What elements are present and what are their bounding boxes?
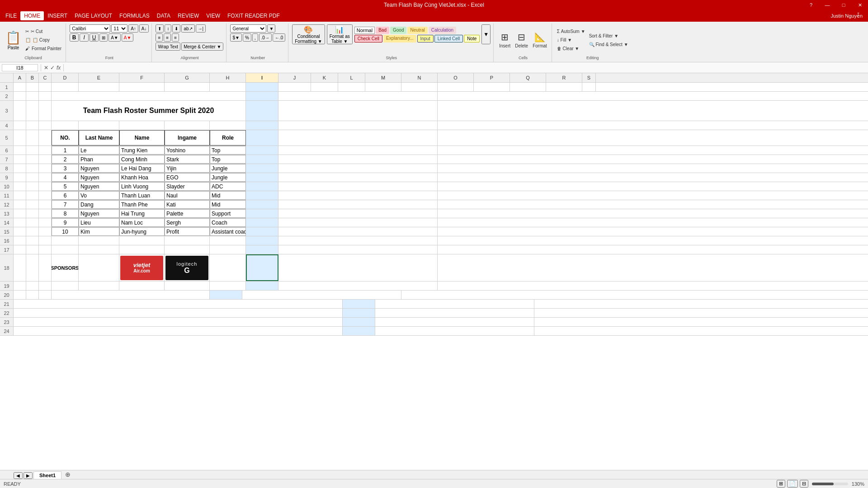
cell-G11[interactable]: Naul bbox=[165, 191, 210, 200]
menu-formulas[interactable]: FORMULAS bbox=[116, 11, 153, 20]
cell-I18-active[interactable] bbox=[246, 254, 278, 281]
cell-H9[interactable]: Jungle bbox=[210, 173, 246, 182]
menu-file[interactable]: FILE bbox=[2, 11, 20, 20]
styles-expand-btn[interactable]: ▼ bbox=[481, 24, 491, 44]
align-right-btn[interactable]: ≡ bbox=[172, 33, 179, 42]
cell-G8[interactable]: Yijin bbox=[165, 164, 210, 173]
col-header-M[interactable]: M bbox=[365, 73, 401, 82]
col-header-R[interactable]: R bbox=[546, 73, 582, 82]
copy-button[interactable]: 📋📋 Copy bbox=[24, 36, 63, 44]
col-header-A[interactable]: A bbox=[14, 73, 26, 82]
italic-button[interactable]: I bbox=[80, 33, 89, 42]
cell-D7[interactable]: 2 bbox=[52, 155, 79, 164]
name-box[interactable]: I18 bbox=[2, 64, 38, 71]
menu-foxit[interactable]: FOXIT READER PDF bbox=[224, 11, 283, 20]
cell-D15[interactable]: 10 bbox=[52, 227, 79, 236]
col-header-J[interactable]: J bbox=[278, 73, 311, 82]
page-layout-view-btn[interactable]: 📄 bbox=[787, 480, 798, 488]
cell-E1[interactable] bbox=[79, 83, 119, 91]
cell-J2-rest[interactable] bbox=[278, 92, 438, 100]
col-header-H[interactable]: H bbox=[210, 73, 246, 82]
format-painter-button[interactable]: 🖌Format Painter bbox=[24, 45, 63, 53]
minimize-btn[interactable]: — bbox=[819, 0, 835, 10]
cell-E10[interactable]: Nguyen bbox=[79, 182, 119, 191]
cell-F8[interactable]: Le Hai Dang bbox=[119, 164, 165, 173]
formula-input[interactable] bbox=[66, 65, 866, 71]
cell-I1[interactable] bbox=[246, 83, 278, 91]
comma-btn[interactable]: , bbox=[252, 33, 258, 42]
cell-lastname-header[interactable]: Last Name bbox=[79, 130, 119, 145]
style-calculation[interactable]: Calculation bbox=[429, 27, 456, 34]
find-select-button[interactable]: 🔍 Find & Select ▼ bbox=[588, 40, 630, 48]
cell-H15[interactable]: Assistant coach bbox=[210, 227, 246, 236]
style-check-cell[interactable]: Check Cell bbox=[354, 35, 382, 42]
merge-center-btn[interactable]: Merge & Center ▼ bbox=[181, 42, 223, 51]
number-format-select[interactable]: General bbox=[230, 24, 266, 33]
align-center-btn[interactable]: ≡ bbox=[164, 33, 171, 42]
underline-button[interactable]: U bbox=[90, 33, 99, 42]
cell-title[interactable]: Team Flash Roster Summer Split 2020 bbox=[52, 101, 246, 121]
cell-C2[interactable] bbox=[39, 92, 52, 100]
cell-D13[interactable]: 8 bbox=[52, 209, 79, 218]
cell-C1[interactable] bbox=[39, 83, 52, 91]
restore-btn[interactable]: □ bbox=[835, 0, 852, 10]
cell-E14[interactable]: Lieu bbox=[79, 218, 119, 227]
cell-B3[interactable] bbox=[26, 101, 39, 121]
cell-F10[interactable]: Linh Vuong bbox=[119, 182, 165, 191]
cell-F7[interactable]: Cong Minh bbox=[119, 155, 165, 164]
sort-filter-button[interactable]: Sort & Filter ▼ bbox=[588, 32, 630, 40]
cell-I2[interactable] bbox=[246, 92, 278, 100]
style-explanatory[interactable]: Explanatory... bbox=[383, 35, 416, 42]
col-header-Q[interactable]: Q bbox=[510, 73, 546, 82]
cell-A2[interactable] bbox=[14, 92, 26, 100]
cell-B2[interactable] bbox=[26, 92, 39, 100]
cell-F15[interactable]: Jun-hyung bbox=[119, 227, 165, 236]
cell-D14[interactable]: 9 bbox=[52, 218, 79, 227]
col-header-B[interactable]: B bbox=[26, 73, 39, 82]
cell-G10[interactable]: Slayder bbox=[165, 182, 210, 191]
cell-H10[interactable]: ADC bbox=[210, 182, 246, 191]
decrease-decimal-btn[interactable]: ←.0 bbox=[273, 33, 285, 42]
percent-btn[interactable]: % bbox=[243, 33, 251, 42]
col-header-I[interactable]: I bbox=[246, 73, 278, 82]
col-header-N[interactable]: N bbox=[401, 73, 438, 82]
cut-button[interactable]: ✂✂ Cut bbox=[24, 28, 63, 36]
font-name-select[interactable]: Calibri bbox=[70, 24, 110, 33]
cell-role-header[interactable]: Role bbox=[210, 130, 246, 145]
cell-A1[interactable] bbox=[14, 83, 26, 91]
cell-D12[interactable]: 7 bbox=[52, 200, 79, 209]
style-neutral[interactable]: Neutral bbox=[407, 27, 427, 34]
col-header-C[interactable]: C bbox=[39, 73, 52, 82]
close-btn[interactable]: ✕ bbox=[852, 0, 868, 10]
cell-E7[interactable]: Phan bbox=[79, 155, 119, 164]
format-button[interactable]: 📐 Format bbox=[531, 27, 549, 54]
confirm-icon[interactable]: ✓ bbox=[50, 65, 55, 71]
cell-A3[interactable] bbox=[14, 101, 26, 121]
menu-data[interactable]: DATA bbox=[153, 11, 174, 20]
orientation-btn[interactable]: ab↗ bbox=[181, 24, 194, 33]
font-size-select[interactable]: 11 14 bbox=[111, 24, 127, 33]
cell-C3[interactable] bbox=[39, 101, 52, 121]
cell-H13[interactable]: Support bbox=[210, 209, 246, 218]
cell-L1[interactable] bbox=[338, 83, 365, 91]
add-sheet-button[interactable]: ⊕ bbox=[62, 470, 73, 479]
cell-D6[interactable]: 1 bbox=[52, 146, 79, 155]
cell-J3-rest[interactable] bbox=[278, 101, 438, 121]
clear-button[interactable]: 🗑 Clear ▼ bbox=[556, 45, 587, 53]
cancel-icon[interactable]: ✕ bbox=[44, 65, 48, 71]
conditional-formatting-btn[interactable]: 🎨 Conditional Formatting ▼ bbox=[292, 24, 325, 44]
help-btn[interactable]: ? bbox=[803, 0, 819, 10]
paste-button[interactable]: 📋 Paste bbox=[4, 27, 23, 54]
col-header-S[interactable]: S bbox=[582, 73, 596, 82]
cell-H1[interactable] bbox=[210, 83, 246, 91]
insert-button[interactable]: ⊞ Insert bbox=[497, 27, 512, 54]
border-button[interactable]: ⊞ bbox=[99, 33, 108, 42]
format-as-table-btn[interactable]: 📊 Format as Table ▼ bbox=[327, 24, 353, 44]
menu-insert[interactable]: INSERT bbox=[44, 11, 71, 20]
cell-H14[interactable]: Coach bbox=[210, 218, 246, 227]
col-header-K[interactable]: K bbox=[311, 73, 338, 82]
cell-G15[interactable]: Profit bbox=[165, 227, 210, 236]
cell-sponsors-label[interactable]: SPONSORS bbox=[52, 254, 79, 281]
cell-S1[interactable] bbox=[582, 83, 596, 91]
col-header-P[interactable]: P bbox=[474, 73, 510, 82]
